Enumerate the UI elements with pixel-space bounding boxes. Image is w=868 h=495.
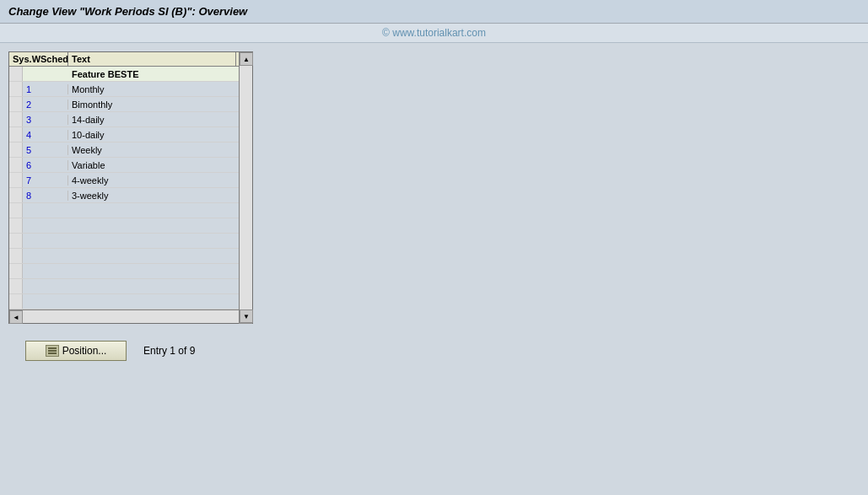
col-text-header: Text	[68, 52, 235, 66]
col-sys-header: Sys.WSched	[9, 52, 68, 66]
table-row	[9, 294, 252, 309]
rows-area: Feature BESTE 1 Monthly 2 Bimonthly 3 14…	[9, 67, 252, 309]
table-row: 3 14-daily	[9, 112, 252, 127]
row-selector[interactable]	[9, 203, 23, 218]
table-row	[9, 203, 252, 218]
svg-rect-1	[48, 350, 57, 352]
row-selector[interactable]	[9, 294, 23, 309]
row-sys: 7	[23, 175, 68, 186]
row-sys: 2	[23, 100, 68, 110]
row-selector[interactable]	[9, 218, 23, 233]
row-text: 10-daily	[68, 130, 252, 140]
row-selector[interactable]	[9, 112, 23, 126]
row-sys: 6	[23, 160, 68, 170]
row-selector[interactable]	[9, 97, 23, 111]
table-row	[9, 249, 252, 264]
scroll-track-v	[240, 66, 252, 309]
row-sys: 1	[23, 84, 68, 94]
row-text: 4-weekly	[68, 175, 252, 186]
table-row: 4 10-daily	[9, 127, 252, 143]
row-selector[interactable]	[9, 234, 23, 248]
row-selector[interactable]	[9, 188, 23, 202]
position-button-icon	[46, 345, 59, 357]
row-selector[interactable]	[9, 158, 23, 172]
footer: Position... Entry 1 of 9	[8, 332, 212, 369]
watermark-bar: © www.tutorialkart.com	[0, 24, 868, 43]
row-sys: 4	[23, 130, 68, 140]
vertical-scrollbar[interactable]: ▲ ▼	[239, 52, 252, 323]
table-row: 6 Variable	[9, 158, 252, 173]
table-header: Sys.WSched Text	[9, 52, 252, 67]
position-button-label: Position...	[62, 345, 107, 357]
table-row	[9, 234, 252, 249]
rows-with-vscroll: Feature BESTE 1 Monthly 2 Bimonthly 3 14…	[9, 67, 252, 309]
row-text: Weekly	[68, 145, 252, 155]
table-row: Feature BESTE	[9, 67, 252, 82]
row-selector[interactable]	[9, 249, 23, 263]
row-selector[interactable]	[9, 173, 23, 187]
row-selector[interactable]	[9, 264, 23, 278]
table-row	[9, 279, 252, 294]
table-row: 7 4-weekly	[9, 173, 252, 188]
svg-rect-0	[48, 347, 57, 349]
watermark-text: © www.tutorialkart.com	[382, 27, 486, 39]
row-text: Bimonthly	[68, 100, 252, 110]
entry-info: Entry 1 of 9	[143, 345, 195, 357]
row-sys: 8	[23, 191, 68, 201]
row-sys: 5	[23, 145, 68, 155]
horizontal-scrollbar[interactable]: ◄ ►	[9, 309, 252, 323]
table-wrapper: Sys.WSched Text Feature BESTE	[8, 51, 253, 324]
row-selector[interactable]	[9, 67, 23, 81]
row-text: 14-daily	[68, 115, 252, 125]
row-selector[interactable]	[9, 127, 23, 142]
table-row	[9, 218, 252, 234]
row-selector[interactable]	[9, 82, 23, 96]
position-button[interactable]: Position...	[25, 341, 127, 361]
row-selector[interactable]	[9, 143, 23, 157]
page-title: Change View "Work Periods SI (B)": Overv…	[8, 5, 247, 18]
row-text: Variable	[68, 160, 252, 170]
table-row	[9, 264, 252, 279]
scroll-down-arrow[interactable]: ▼	[240, 309, 253, 323]
table-row: 2 Bimonthly	[9, 97, 252, 112]
table-row: 1 Monthly	[9, 82, 252, 97]
scroll-up-arrow[interactable]: ▲	[240, 52, 253, 66]
row-text: Monthly	[68, 84, 252, 94]
row-sys: 3	[23, 115, 68, 125]
title-bar: Change View "Work Periods SI (B)": Overv…	[0, 0, 868, 24]
table-row: 5 Weekly	[9, 143, 252, 158]
scroll-track-h	[23, 310, 239, 323]
row-text: 3-weekly	[68, 191, 252, 201]
row-text: Feature BESTE	[68, 69, 252, 79]
svg-rect-2	[48, 352, 57, 354]
scroll-left-arrow[interactable]: ◄	[9, 310, 23, 324]
table-row: 8 3-weekly	[9, 188, 252, 203]
row-selector[interactable]	[9, 279, 23, 293]
